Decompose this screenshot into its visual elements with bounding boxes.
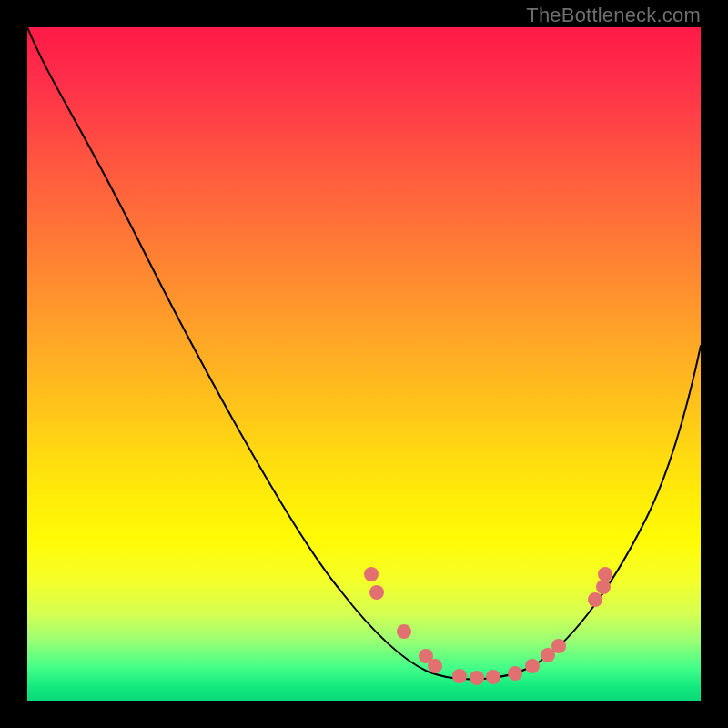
marker-dot bbox=[598, 567, 612, 581]
marker-dot bbox=[588, 592, 602, 607]
marker-dot bbox=[551, 639, 566, 653]
marker-dot bbox=[364, 567, 379, 581]
marker-dot bbox=[397, 624, 411, 639]
marker-dot bbox=[525, 659, 540, 673]
marker-dot bbox=[428, 659, 442, 673]
marker-dot bbox=[508, 666, 522, 681]
marker-dot bbox=[452, 669, 467, 683]
chart-plot-area bbox=[27, 27, 701, 701]
marker-dot bbox=[596, 580, 611, 594]
marker-dot bbox=[369, 585, 384, 600]
marker-dot bbox=[470, 671, 484, 685]
marker-group bbox=[364, 567, 612, 685]
marker-dot bbox=[486, 670, 500, 684]
attribution-text: TheBottleneck.com bbox=[526, 4, 701, 27]
chart-svg bbox=[27, 27, 701, 701]
